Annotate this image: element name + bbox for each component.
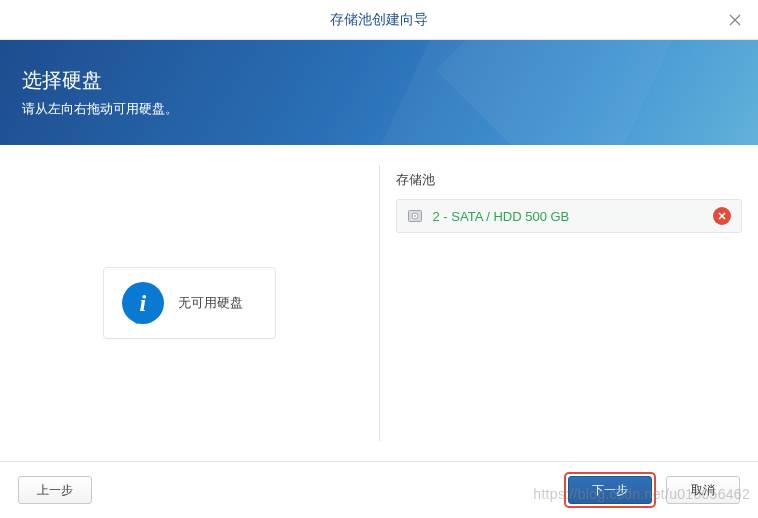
banner: 选择硬盘 请从左向右拖动可用硬盘。 bbox=[0, 40, 758, 145]
banner-title: 选择硬盘 bbox=[22, 67, 758, 94]
remove-icon bbox=[718, 212, 726, 220]
available-drives-panel: i 无可用硬盘 bbox=[0, 145, 379, 461]
prev-button[interactable]: 上一步 bbox=[18, 476, 92, 504]
banner-subtitle: 请从左向右拖动可用硬盘。 bbox=[22, 100, 758, 118]
no-drive-card: i 无可用硬盘 bbox=[103, 267, 276, 339]
drive-label: 2 - SATA / HDD 500 GB bbox=[433, 209, 714, 224]
content-area: i 无可用硬盘 存储池 2 - SATA / HDD 500 GB bbox=[0, 145, 758, 461]
drive-row[interactable]: 2 - SATA / HDD 500 GB bbox=[396, 199, 743, 233]
close-icon bbox=[729, 14, 741, 26]
next-button-highlight: 下一步 bbox=[564, 472, 656, 508]
no-drive-text: 无可用硬盘 bbox=[178, 294, 243, 312]
hdd-icon bbox=[407, 208, 423, 224]
close-button[interactable] bbox=[726, 11, 744, 29]
storage-pool-panel: 存储池 2 - SATA / HDD 500 GB bbox=[380, 145, 759, 461]
footer: 上一步 下一步 取消 bbox=[0, 461, 758, 518]
window-title: 存储池创建向导 bbox=[330, 11, 428, 29]
cancel-button[interactable]: 取消 bbox=[666, 476, 740, 504]
next-button[interactable]: 下一步 bbox=[568, 476, 652, 504]
remove-drive-button[interactable] bbox=[713, 207, 731, 225]
svg-point-2 bbox=[414, 215, 416, 217]
titlebar: 存储池创建向导 bbox=[0, 0, 758, 40]
info-icon: i bbox=[122, 282, 164, 324]
storage-pool-title: 存储池 bbox=[396, 171, 743, 189]
